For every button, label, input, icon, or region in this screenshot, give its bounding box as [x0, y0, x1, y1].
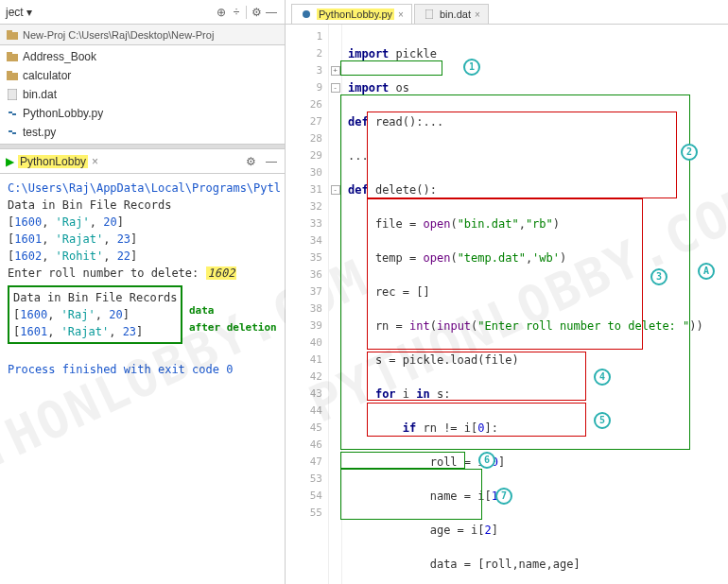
svg-rect-6 — [8, 89, 17, 100]
console-line: C:\Users\Raj\AppData\Local\Programs\Pytl — [8, 180, 277, 197]
svg-rect-8 — [7, 127, 18, 138]
console-output: C:\Users\Raj\AppData\Local\Programs\Pytl… — [0, 174, 285, 584]
close-icon[interactable]: × — [475, 9, 480, 20]
code-content[interactable]: import pickle import os def read():... .… — [342, 25, 728, 584]
svg-point-9 — [303, 10, 310, 18]
hide-icon[interactable]: — — [264, 5, 279, 20]
tree-item[interactable]: test.py — [0, 123, 285, 142]
fold-toggle[interactable]: - — [331, 185, 340, 195]
badge-4: 4 — [594, 369, 611, 386]
run-tab-label[interactable]: PythonLobby — [18, 155, 88, 168]
python-file-icon — [6, 126, 19, 139]
svg-rect-10 — [425, 9, 433, 19]
code-editor[interactable]: 1239262728293031323334353637383940414243… — [286, 25, 728, 584]
project-tree: Address_Book calculator bin.dat PythonLo… — [0, 45, 285, 144]
file-icon — [423, 8, 436, 21]
svg-rect-4 — [7, 73, 18, 80]
tree-item[interactable]: bin.dat — [0, 85, 285, 104]
folder-icon — [6, 28, 19, 42]
folder-icon — [6, 69, 19, 82]
tab-pythonlobby[interactable]: PythonLobby.py × — [291, 4, 412, 24]
tree-item[interactable]: calculator — [0, 66, 285, 85]
fold-column: + - - — [329, 25, 342, 584]
project-toolbar: ject ▾ ⊕ ÷ ⚙ — — [0, 0, 285, 25]
console-line: Enter roll number to delete: 1602 — [8, 265, 277, 282]
fold-toggle[interactable]: - — [331, 83, 340, 93]
console-line: [1601, 'Rajat', 23] — [8, 231, 277, 248]
svg-rect-3 — [7, 52, 12, 55]
target-icon[interactable]: ⊕ — [214, 5, 229, 20]
line-gutter: 1239262728293031323334353637383940414243… — [286, 25, 329, 584]
gear-icon[interactable]: ⚙ — [249, 5, 264, 20]
file-icon — [6, 88, 19, 101]
console-line: Data in Bin File Records — [8, 197, 277, 214]
python-file-icon — [300, 8, 313, 21]
svg-rect-7 — [7, 108, 18, 119]
deleted-result-box: Data in Bin File Records [1600, 'Raj', 2… — [8, 285, 182, 344]
annot-box-1 — [340, 60, 442, 76]
console-line: Process finished with exit code 0 — [8, 361, 277, 378]
fold-toggle[interactable]: + — [331, 66, 340, 76]
tree-item[interactable]: Address_Book — [0, 47, 285, 66]
svg-rect-1 — [7, 30, 12, 33]
project-menu-label[interactable]: ject ▾ — [6, 6, 32, 19]
console-line: [1600, 'Raj', 20] — [8, 214, 277, 231]
svg-rect-0 — [7, 32, 18, 40]
folder-icon — [6, 50, 19, 63]
breadcrumb: New-Proj C:\Users\Raj\Desktop\New-Proj — [0, 25, 285, 45]
close-icon[interactable]: × — [92, 155, 98, 168]
svg-rect-5 — [7, 71, 12, 74]
collapse-icon[interactable]: ÷ — [229, 5, 244, 20]
hide-icon[interactable]: — — [264, 154, 279, 169]
svg-rect-2 — [7, 54, 18, 61]
run-pane-header: ▶ PythonLobby × ⚙ — — [0, 149, 285, 174]
run-icon: ▶ — [6, 155, 14, 168]
tree-item[interactable]: PythonLobby.py — [0, 104, 285, 123]
editor-tabs: PythonLobby.py × bin.dat × — [286, 0, 728, 25]
close-icon[interactable]: × — [398, 9, 404, 20]
tab-bindat[interactable]: bin.dat × — [414, 4, 489, 24]
gear-icon[interactable]: ⚙ — [243, 154, 258, 169]
python-file-icon — [6, 107, 19, 120]
console-line: [1602, 'Rohit', 22] — [8, 248, 277, 265]
annotation-label: dataafter deletion — [189, 302, 277, 336]
